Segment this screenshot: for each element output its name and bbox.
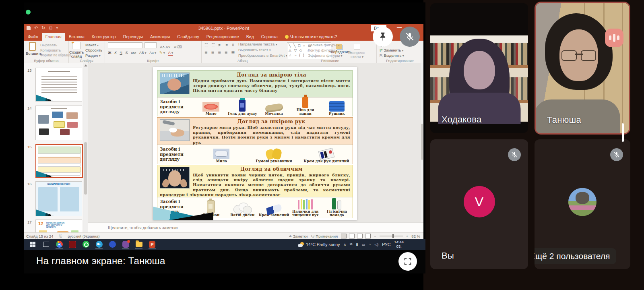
zoom-level[interactable]: 82 % [411, 234, 420, 238]
slide-canvas[interactable]: Догляд за шкірою тіла Щодня приймати душ… [153, 67, 357, 220]
thumbnail-slide-13[interactable]: 13 [27, 68, 82, 102]
zoom-slider-thumb[interactable] [392, 234, 394, 238]
grow-font-icon[interactable]: A˄ [160, 45, 165, 49]
font-size-input[interactable] [144, 42, 157, 48]
taskbar-viber[interactable] [121, 240, 130, 249]
taskbar-telegram[interactable] [94, 240, 104, 249]
zoom-in-button[interactable]: + [406, 234, 409, 238]
taskbar-chrome[interactable] [54, 240, 64, 249]
tray-expand-icon[interactable]: ∧ [343, 242, 346, 246]
task-view-button[interactable] [41, 240, 51, 249]
tray-volume-icon[interactable]: ◁) [374, 242, 378, 246]
font-name-input[interactable] [108, 42, 142, 48]
change-case-button[interactable]: Аа [149, 51, 156, 55]
normal-view-button[interactable] [341, 234, 347, 238]
participant-tile-khodakova[interactable]: Ходакова [430, 3, 528, 133]
language-indicator[interactable]: русский (Украина) [68, 234, 99, 238]
pin-presentation-button[interactable] [373, 27, 393, 47]
underline-button[interactable]: Ч [120, 50, 122, 55]
thumbnail-slide-14[interactable]: 14 [27, 106, 82, 140]
scrollbar-thumb[interactable] [84, 142, 87, 195]
editor-scrollbar[interactable] [421, 63, 423, 222]
align-icons[interactable]: ≣ ≣ ≣ ≣ ☰ [204, 50, 236, 55]
tab-animations[interactable]: Анимация [147, 33, 173, 41]
thumbnail-slide-17[interactable]: 17 12 КОРИСНИХ ЗВИЧОК ДЛЯ ЗДОРОВОГО ІМУН… [27, 220, 82, 232]
paste-button[interactable]: Вставить [26, 42, 39, 56]
thumbnail-slide-15-selected[interactable]: 15 [27, 144, 83, 178]
taskbar-explorer[interactable] [134, 240, 144, 249]
slideshow-view-button[interactable] [365, 234, 371, 238]
weather-widget[interactable]: 14°C Partly sunny [298, 242, 340, 247]
reset-button[interactable]: Сбросить [85, 48, 102, 52]
tray-device-icon[interactable]: ⧉ [350, 242, 352, 246]
tray-phone-icon[interactable]: ▮ [356, 242, 358, 246]
shape-effects-button[interactable]: Эффекты фигуры [308, 53, 342, 58]
tab-help[interactable]: Справка [258, 33, 281, 41]
text-direction-button[interactable]: Направление текста [238, 42, 275, 46]
zoom-slider[interactable] [380, 236, 403, 236]
shape-fill-button[interactable]: Заливка фигуры [308, 43, 340, 47]
scroll-up-arrow[interactable] [84, 64, 87, 66]
format-painter-button[interactable]: Формат по образцу [40, 53, 71, 57]
ear-sticks-icon [298, 198, 313, 209]
panel-scroll-indicator[interactable] [622, 123, 624, 142]
tab-transitions[interactable]: Переходы [120, 33, 147, 41]
notes-toggle[interactable]: ≐ Заметки [289, 234, 308, 238]
shared-screen[interactable]: ↶ ↻ ⊡ ▾ 345961.pptx - PowerPoint Вход — … [24, 2, 425, 273]
tell-me-box[interactable]: Что вы хотите сделать? [281, 33, 341, 41]
new-slide-button[interactable]: ✦ Создать слайд [69, 42, 84, 59]
slide-section-hand-skin: Догляд за шкірою рук Регулярно мити руки… [157, 117, 353, 164]
taskbar-powerpoint[interactable]: P [147, 240, 157, 249]
notes-pane[interactable]: Щелкните, чтобы добавить заметки [88, 222, 423, 232]
copy-button[interactable]: Копировать [40, 48, 61, 52]
tab-slideshow[interactable]: Слайд-шоу [173, 33, 202, 41]
cut-button[interactable]: Вырезать [40, 43, 57, 47]
char-spacing-button[interactable]: АВ [139, 51, 147, 55]
participant-tile-tanyusha-active[interactable]: Танюша [535, 2, 630, 135]
participant-tile-you[interactable]: V Вы [430, 139, 528, 269]
tab-home[interactable]: Главная [42, 33, 65, 41]
list-and-indent-icons[interactable]: ☷ ☷ ≢ ≡ ⇕ [204, 43, 236, 47]
thumbnail-slide-16[interactable]: 16 ШКІДЛИВІ ЗВИЧКИ [27, 181, 82, 216]
tab-file[interactable]: Файл [24, 33, 42, 41]
taskbar-app-red[interactable] [68, 240, 77, 249]
keyboard-language[interactable]: РУС [382, 242, 390, 247]
start-button[interactable] [28, 240, 37, 249]
abc-button[interactable]: abc [131, 51, 136, 55]
shape-outline-button[interactable]: Контур фигуры [308, 48, 337, 52]
tab-insert[interactable]: Вставка [65, 33, 88, 41]
tray-battery-icon[interactable]: ▭ [361, 242, 365, 246]
participant-tile-more-users[interactable]: Ещё 2 пользователя [535, 139, 630, 269]
clear-format-icon[interactable]: A⌫ [174, 45, 182, 49]
font-color-button[interactable]: А [168, 50, 173, 56]
slide-sorter-view-button[interactable] [349, 234, 355, 238]
tray-network-icon[interactable]: ⌔ [369, 242, 371, 246]
layout-button[interactable]: Макет [85, 43, 99, 47]
shrink-font-icon[interactable]: A˅ [165, 45, 170, 49]
tab-review[interactable]: Рецензирование [203, 33, 243, 41]
reading-view-button[interactable] [357, 234, 363, 238]
taskbar-whatsapp[interactable] [81, 240, 91, 249]
taskbar-app-blue[interactable] [107, 240, 117, 249]
fullscreen-button[interactable] [398, 252, 417, 271]
align-text-button[interactable]: Выровнять текст [238, 48, 268, 52]
tab-view[interactable]: Вид [243, 33, 258, 41]
italic-button[interactable]: К [114, 50, 117, 55]
replace-button[interactable]: ⇄ Заменить [380, 48, 404, 52]
bold-button[interactable]: Ж [108, 50, 111, 55]
taskbar-clock[interactable]: 14:44 03. [394, 240, 404, 249]
strikethrough-button[interactable]: S [125, 50, 128, 55]
thumbnail-scrollbar[interactable] [83, 63, 88, 232]
highlight-color-button[interactable]: ✎ [159, 50, 165, 55]
thumb17-number: 12 [38, 221, 43, 226]
item-towel: Рушник [321, 97, 353, 117]
tab-design[interactable]: Конструктор [88, 33, 120, 41]
smartart-button[interactable]: Преобразовать в SmartArt [238, 53, 285, 58]
comments-toggle[interactable]: 🗨 Примечания [311, 234, 338, 238]
spellcheck-icon[interactable]: ⎘ [59, 234, 62, 238]
quick-styles-button[interactable]: Экспресс-стили [348, 44, 366, 59]
zoom-out-button[interactable]: − [374, 234, 376, 238]
select-button[interactable]: ⇱ Выделить [380, 53, 404, 58]
section-button[interactable]: Раздел [85, 53, 101, 58]
slide-editor-area[interactable]: Догляд за шкірою тіла Щодня приймати душ… [88, 63, 421, 222]
